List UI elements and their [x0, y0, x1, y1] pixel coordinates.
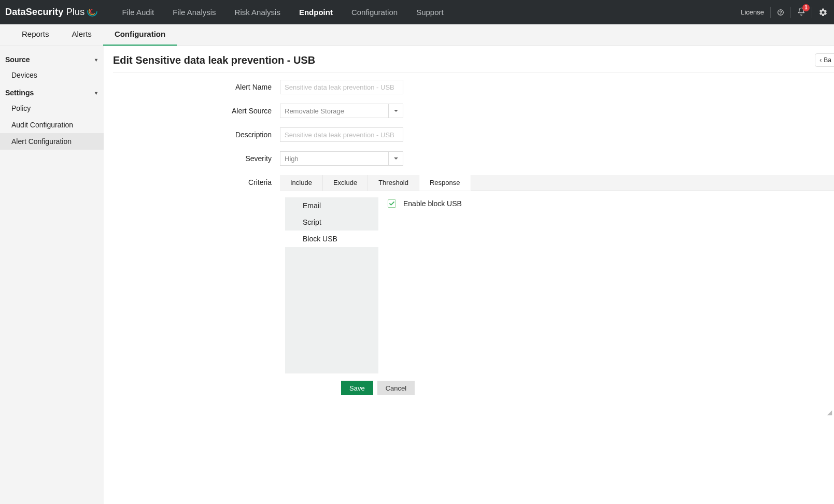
subtabs: Reports Alerts Configuration: [0, 24, 834, 46]
severity-value: High: [280, 151, 389, 166]
logo-swirl-icon: [87, 6, 98, 19]
response-item-block-usb[interactable]: Block USB: [285, 231, 378, 247]
topnav-item-file-audit[interactable]: File Audit: [112, 0, 163, 24]
page-title-row: Edit Sensitive data leak prevention - US…: [113, 53, 834, 73]
subtab-reports[interactable]: Reports: [10, 24, 61, 46]
sidebar-section-title: Source: [5, 55, 30, 64]
criteria-tab-threshold[interactable]: Threshold: [368, 175, 419, 191]
enable-block-usb-label: Enable block USB: [403, 199, 462, 208]
response-body: Enable block USB: [378, 197, 834, 373]
topnav-item-file-analysis[interactable]: File Analysis: [163, 0, 225, 24]
license-link[interactable]: License: [734, 0, 770, 24]
sidebar: Source ▾ Devices Settings ▾ Policy Audit…: [0, 46, 104, 504]
topnav: File Audit File Analysis Risk Analysis E…: [112, 0, 453, 24]
label-alert-source: Alert Source: [113, 107, 280, 115]
alert-name-input[interactable]: [280, 80, 403, 94]
response-side-list: Email Script Block USB: [285, 197, 378, 373]
chevron-left-icon: ‹: [819, 56, 822, 64]
label-alert-name: Alert Name: [113, 83, 280, 91]
page-title: Edit Sensitive data leak prevention - US…: [113, 54, 315, 66]
sidebar-item-devices[interactable]: Devices: [0, 67, 104, 83]
response-item-email[interactable]: Email: [285, 197, 378, 214]
enable-block-usb-row: Enable block USB: [388, 199, 834, 208]
notification-badge: 1: [802, 4, 810, 11]
criteria-tab-response[interactable]: Response: [419, 175, 471, 191]
description-input[interactable]: [280, 127, 403, 142]
svg-point-2: [90, 9, 94, 13]
topnav-item-risk-analysis[interactable]: Risk Analysis: [225, 0, 290, 24]
label-criteria: Criteria: [113, 175, 280, 186]
sidebar-section-source[interactable]: Source ▾: [0, 50, 104, 67]
alert-source-value: Removable Storage: [280, 104, 389, 118]
sidebar-item-policy[interactable]: Policy: [0, 100, 104, 117]
severity-select[interactable]: High: [280, 151, 403, 166]
criteria-tabs: Include Exclude Threshold Response: [280, 175, 834, 191]
help-icon[interactable]: [771, 0, 790, 24]
subtab-configuration[interactable]: Configuration: [103, 24, 177, 46]
label-severity: Severity: [113, 154, 280, 163]
button-row: Save Cancel: [341, 381, 834, 395]
sidebar-section-title: Settings: [5, 89, 34, 97]
bell-icon: 1: [797, 7, 805, 17]
resize-handle-icon: ◢: [827, 409, 832, 416]
logo[interactable]: DataSecurity Plus: [5, 6, 98, 19]
response-panel: Email Script Block USB Enable block USB: [280, 191, 834, 373]
subtab-alerts[interactable]: Alerts: [61, 24, 103, 46]
topbar-right: License 1: [734, 0, 828, 24]
notifications-button[interactable]: 1: [791, 0, 812, 24]
topnav-item-configuration[interactable]: Configuration: [342, 0, 407, 24]
chevron-down-icon[interactable]: [389, 151, 403, 166]
settings-gear-icon[interactable]: [812, 0, 828, 24]
criteria-tab-spacer: [471, 175, 834, 191]
back-button[interactable]: ‹ Ba: [815, 53, 834, 67]
topnav-item-support[interactable]: Support: [407, 0, 453, 24]
topnav-item-endpoint[interactable]: Endpoint: [290, 0, 342, 24]
back-label: Ba: [824, 56, 831, 64]
response-item-script[interactable]: Script: [285, 214, 378, 231]
sidebar-section-settings[interactable]: Settings ▾: [0, 83, 104, 100]
sidebar-item-alert-configuration[interactable]: Alert Configuration: [0, 133, 104, 150]
logo-text: DataSecurity Plus: [5, 7, 84, 18]
form: Alert Name Alert Source Removable Storag…: [113, 73, 834, 395]
caret-down-icon: ▾: [95, 90, 97, 96]
label-description: Description: [113, 131, 280, 139]
save-button[interactable]: Save: [341, 381, 373, 395]
criteria-tab-exclude[interactable]: Exclude: [323, 175, 368, 191]
criteria-tab-include[interactable]: Include: [280, 175, 323, 191]
main-layout: Source ▾ Devices Settings ▾ Policy Audit…: [0, 46, 834, 504]
criteria-area: Include Exclude Threshold Response Email…: [280, 175, 834, 373]
sidebar-item-audit-configuration[interactable]: Audit Configuration: [0, 117, 104, 133]
enable-block-usb-checkbox[interactable]: [388, 199, 396, 208]
cancel-button[interactable]: Cancel: [377, 381, 415, 395]
content: Edit Sensitive data leak prevention - US…: [104, 46, 834, 504]
caret-down-icon: ▾: [95, 57, 97, 63]
chevron-down-icon[interactable]: [389, 104, 403, 118]
alert-source-select[interactable]: Removable Storage: [280, 104, 403, 118]
topbar: DataSecurity Plus File Audit File Analys…: [0, 0, 834, 24]
